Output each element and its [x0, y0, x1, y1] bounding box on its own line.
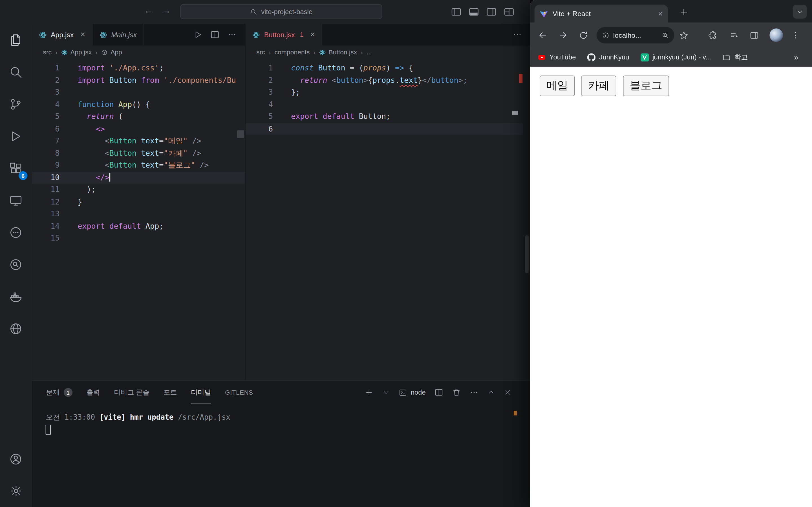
code-line[interactable]: 6 [246, 123, 523, 135]
profile-avatar[interactable] [769, 29, 783, 42]
command-center-search[interactable]: vite-project-basic [180, 4, 382, 19]
side-panel-button[interactable] [748, 29, 760, 41]
tab-search-button[interactable] [793, 5, 807, 19]
panel-tab-terminal[interactable]: 터미널 [191, 381, 211, 404]
more-actions-icon[interactable] [227, 30, 237, 40]
activity-account[interactable] [0, 443, 32, 475]
bookmark-velog[interactable]: junnkyuu (Jun) - v... [641, 53, 711, 61]
activity-docker[interactable] [0, 281, 32, 313]
browser-back-button[interactable] [537, 29, 549, 41]
panel-actions: node [364, 388, 511, 397]
close-tab-icon[interactable]: × [658, 10, 663, 18]
code-line[interactable]: 3 [32, 87, 245, 99]
more-actions-icon[interactable] [470, 388, 478, 397]
trash-icon[interactable] [452, 388, 461, 397]
terminal-instance[interactable]: node [399, 388, 425, 396]
new-terminal-icon[interactable] [364, 388, 373, 397]
close-icon[interactable]: × [310, 31, 315, 39]
tab-main-jsx[interactable]: Main.jsx [93, 24, 144, 45]
breadcrumb-src[interactable]: src [256, 49, 265, 56]
code-line[interactable]: 1const Button = (props) => { [246, 62, 523, 74]
history-back-icon[interactable]: ← [142, 5, 155, 16]
code-editor-right[interactable]: 1const Button = (props) => {2 return <bu… [246, 62, 530, 135]
activity-source-control[interactable] [0, 88, 32, 120]
bookmark-github[interactable]: JunnKyuu [587, 53, 629, 61]
split-editor-icon[interactable] [210, 30, 220, 40]
site-info-icon[interactable] [602, 31, 610, 39]
activity-extension-b[interactable] [0, 248, 32, 281]
activity-run-debug[interactable] [0, 120, 32, 152]
terminal-icon [399, 388, 407, 396]
code-line[interactable]: 8 <Button text="카페" /> [32, 147, 245, 159]
symbol-cube-icon [101, 49, 108, 56]
code-line[interactable]: 4function App() { [32, 99, 245, 111]
browser-forward-button[interactable] [557, 29, 569, 41]
new-tab-button[interactable] [677, 5, 691, 18]
code-line[interactable]: 5export default Button; [246, 111, 523, 123]
history-forward-icon[interactable]: → [160, 5, 173, 16]
code-line[interactable]: 9 <Button text="블로그" /> [32, 159, 245, 172]
panel-tab-debug-console[interactable]: 디버그 콘솔 [114, 381, 149, 404]
code-line[interactable]: 6 <> [32, 123, 245, 135]
code-line[interactable]: 4 [246, 99, 523, 111]
page-button-blog[interactable]: 블로그 [623, 75, 669, 96]
toggle-sidebar-right-icon[interactable] [486, 6, 497, 17]
code-editor-left[interactable]: 1import './App.css';2import Button from … [32, 62, 245, 244]
run-file-icon[interactable] [193, 30, 202, 40]
activity-extensions[interactable]: 6 [0, 152, 32, 184]
tab-button-jsx[interactable]: Button.jsx 1 × [246, 24, 322, 45]
breadcrumb-src[interactable]: src [43, 49, 52, 56]
panel-tab-output[interactable]: 출력 [87, 381, 100, 404]
bookmark-folder-school[interactable]: 학교 [722, 52, 748, 62]
code-line[interactable]: 3}; [246, 87, 523, 99]
code-line[interactable]: 5 return ( [32, 111, 245, 123]
bookmark-star-button[interactable] [677, 29, 690, 41]
code-line[interactable]: 2 return <button>{props.text}</button>; [246, 74, 523, 87]
breadcrumb-symbol[interactable]: App [101, 49, 122, 56]
customize-layout-icon[interactable] [503, 6, 515, 17]
bookmark-youtube[interactable]: YouTube [538, 53, 576, 61]
close-icon[interactable]: × [80, 31, 85, 39]
code-line[interactable]: 10 </> [32, 172, 245, 184]
chrome-menu-button[interactable] [789, 29, 802, 41]
code-line[interactable]: 13 [32, 208, 245, 220]
address-bar[interactable]: localho... [597, 27, 674, 44]
toggle-panel-icon[interactable] [468, 6, 479, 17]
bookmarks-overflow-chevron[interactable]: » [794, 52, 799, 62]
activity-extension-c[interactable] [0, 313, 32, 344]
code-line[interactable]: 15 [32, 232, 245, 244]
chevron-down-icon[interactable] [382, 388, 390, 396]
code-line[interactable]: 12} [32, 196, 245, 208]
split-terminal-icon[interactable] [435, 388, 443, 397]
code-line[interactable]: 7 <Button text="메일" /> [32, 135, 245, 147]
activity-search[interactable] [0, 56, 32, 88]
panel-tab-problems[interactable]: 문제 1 [46, 381, 72, 404]
code-line[interactable]: 2import Button from './components/Bu [32, 74, 245, 87]
chrome-tab-vite-react[interactable]: Vite + React × [535, 5, 668, 23]
close-panel-icon[interactable] [504, 388, 512, 396]
media-controls-button[interactable] [728, 29, 741, 41]
page-button-mail[interactable]: 메일 [540, 75, 575, 96]
toggle-sidebar-left-icon[interactable] [451, 6, 462, 17]
editor-scrollbar[interactable] [525, 235, 529, 273]
code-line[interactable]: 1import './App.css'; [32, 62, 245, 74]
panel-tab-gitlens[interactable]: GITLENS [225, 381, 253, 404]
activity-extension-a[interactable] [0, 216, 32, 248]
breadcrumb-ellipsis[interactable]: ... [366, 49, 372, 56]
breadcrumb-file[interactable]: App.jsx [61, 49, 92, 56]
extensions-button[interactable] [706, 29, 719, 41]
code-line[interactable]: 11 ); [32, 184, 245, 196]
breadcrumb-components[interactable]: components [274, 49, 310, 56]
reload-button[interactable] [577, 29, 589, 41]
page-button-cafe[interactable]: 카페 [581, 75, 617, 96]
breadcrumb-file[interactable]: Button.jsx [319, 49, 357, 56]
code-line[interactable]: 14export default App; [32, 220, 245, 232]
zoom-icon[interactable] [661, 31, 669, 39]
activity-explorer[interactable] [0, 24, 32, 56]
activity-settings[interactable] [0, 475, 32, 507]
activity-remote-explorer[interactable] [0, 184, 32, 216]
chevron-up-icon[interactable] [487, 388, 495, 396]
tab-app-jsx[interactable]: App.jsx × [32, 24, 93, 45]
panel-tab-ports[interactable]: 포트 [163, 381, 177, 404]
more-actions-icon[interactable] [513, 30, 522, 40]
